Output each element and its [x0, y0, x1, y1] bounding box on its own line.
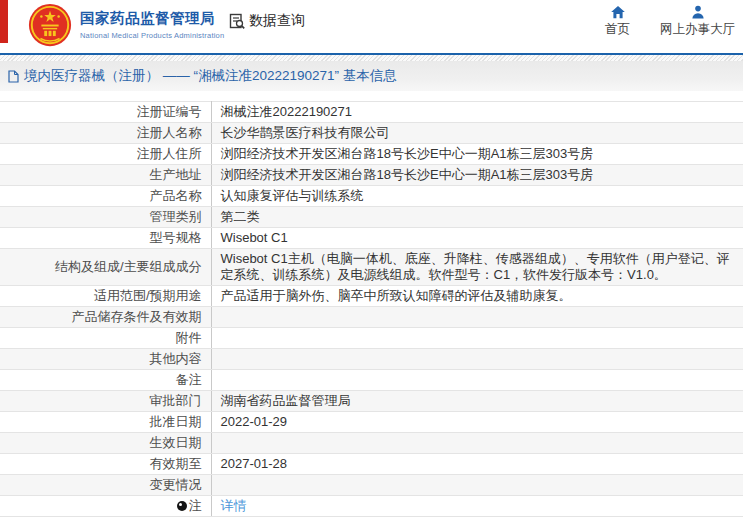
- row-label: 注册人住所: [0, 144, 211, 165]
- row-value: 2022-01-29: [211, 412, 743, 433]
- row-label: 生效日期: [0, 433, 211, 454]
- table-row: 变更情况: [0, 475, 743, 496]
- row-value: 2027-01-28: [211, 454, 743, 475]
- table-row: 产品名称认知康复评估与训练系统: [0, 186, 743, 207]
- row-label: 批准日期: [0, 412, 211, 433]
- table-row: 注册人名称长沙华鹊景医疗科技有限公司: [0, 123, 743, 144]
- agency-title-block: 国家药品监督管理局 National Medical Products Admi…: [80, 9, 224, 40]
- row-label: 产品储存条件及有效期: [0, 307, 211, 328]
- row-value: 详情: [211, 496, 743, 517]
- data-query-section[interactable]: 数据查询: [229, 12, 305, 30]
- breadcrumb-text: 境内医疗器械（注册） —— “湘械注准20222190271” 基本信息: [24, 67, 397, 85]
- row-value: [211, 370, 743, 391]
- row-label: 注册人名称: [0, 123, 211, 144]
- row-value: [211, 307, 743, 328]
- breadcrumb: 境内医疗器械（注册） —— “湘械注准20222190271” 基本信息: [0, 61, 743, 91]
- row-label: 备注: [0, 370, 211, 391]
- row-value: [211, 433, 743, 454]
- row-value: 浏阳经济技术开发区湘台路18号长沙E中心一期A1栋三层303号房: [211, 165, 743, 186]
- row-value: 产品适用于脑外伤、脑卒中所致认知障碍的评估及辅助康复。: [211, 286, 743, 307]
- top-nav: 首页 网上办事大厅: [605, 5, 735, 38]
- nav-service-hall[interactable]: 网上办事大厅: [660, 5, 735, 38]
- national-emblem-logo: [27, 2, 73, 50]
- row-value: [211, 328, 743, 349]
- data-query-icon: [229, 13, 245, 29]
- nav-home-label: 首页: [605, 21, 630, 38]
- row-value: 浏阳经济技术开发区湘台路18号长沙E中心一期A1栋三层303号房: [211, 144, 743, 165]
- nav-home[interactable]: 首页: [605, 5, 630, 38]
- row-label: 结构及组成/主要组成成分: [0, 249, 211, 286]
- table-row: 批准日期2022-01-29: [0, 412, 743, 433]
- table-row: 附件: [0, 328, 743, 349]
- registration-info-table-body: 注册证编号湘械注准20222190271注册人名称长沙华鹊景医疗科技有限公司注册…: [0, 102, 743, 517]
- nav-service-hall-label: 网上办事大厅: [660, 21, 735, 38]
- row-label: 审批部门: [0, 391, 211, 412]
- agency-name: 国家药品监督管理局: [80, 9, 224, 28]
- table-row: 型号规格Wisebot C1: [0, 228, 743, 249]
- row-label: 型号规格: [0, 228, 211, 249]
- data-query-label: 数据查询: [249, 12, 305, 30]
- note-icon: [177, 501, 187, 511]
- table-row: 生产地址浏阳经济技术开发区湘台路18号长沙E中心一期A1栋三层303号房: [0, 165, 743, 186]
- user-icon: [690, 5, 706, 19]
- table-row: 注详情: [0, 496, 743, 517]
- red-accent-strip: [0, 0, 8, 43]
- registration-info-table: 注册证编号湘械注准20222190271注册人名称长沙华鹊景医疗科技有限公司注册…: [0, 101, 743, 517]
- row-value: 认知康复评估与训练系统: [211, 186, 743, 207]
- row-label: 附件: [0, 328, 211, 349]
- row-value: 湖南省药品监督管理局: [211, 391, 743, 412]
- table-row: 注册人住所浏阳经济技术开发区湘台路18号长沙E中心一期A1栋三层303号房: [0, 144, 743, 165]
- row-value: 长沙华鹊景医疗科技有限公司: [211, 123, 743, 144]
- row-label: 注册证编号: [0, 102, 211, 123]
- table-row: 备注: [0, 370, 743, 391]
- table-row: 适用范围/预期用途产品适用于脑外伤、脑卒中所致认知障碍的评估及辅助康复。: [0, 286, 743, 307]
- document-icon: [8, 70, 19, 83]
- row-value: 湘械注准20222190271: [211, 102, 743, 123]
- row-label: 生产地址: [0, 165, 211, 186]
- table-row: 有效期至2027-01-28: [0, 454, 743, 475]
- row-label: 适用范围/预期用途: [0, 286, 211, 307]
- detail-link[interactable]: 详情: [221, 498, 247, 513]
- row-value: Wisebot C1主机（电脑一体机、底座、升降柱、传感器组成）、专用软件（用户…: [211, 249, 743, 286]
- table-row: 其他内容: [0, 349, 743, 370]
- row-label: 有效期至: [0, 454, 211, 475]
- row-value: 第二类: [211, 207, 743, 228]
- row-label: 注: [0, 496, 211, 517]
- row-value: [211, 349, 743, 370]
- row-label: 变更情况: [0, 475, 211, 496]
- table-row: 注册证编号湘械注准20222190271: [0, 102, 743, 123]
- row-value: [211, 475, 743, 496]
- table-row: 审批部门湖南省药品监督管理局: [0, 391, 743, 412]
- home-icon: [610, 5, 626, 19]
- site-header: 国家药品监督管理局 National Medical Products Admi…: [0, 0, 743, 55]
- row-label: 其他内容: [0, 349, 211, 370]
- table-row: 管理类别第二类: [0, 207, 743, 228]
- table-row: 结构及组成/主要组成成分Wisebot C1主机（电脑一体机、底座、升降柱、传感…: [0, 249, 743, 286]
- table-row: 产品储存条件及有效期: [0, 307, 743, 328]
- row-value: Wisebot C1: [211, 228, 743, 249]
- table-row: 生效日期: [0, 433, 743, 454]
- row-label: 管理类别: [0, 207, 211, 228]
- page: 国家药品监督管理局 National Medical Products Admi…: [0, 0, 743, 517]
- agency-name-en: National Medical Products Administration: [80, 31, 224, 40]
- row-label: 产品名称: [0, 186, 211, 207]
